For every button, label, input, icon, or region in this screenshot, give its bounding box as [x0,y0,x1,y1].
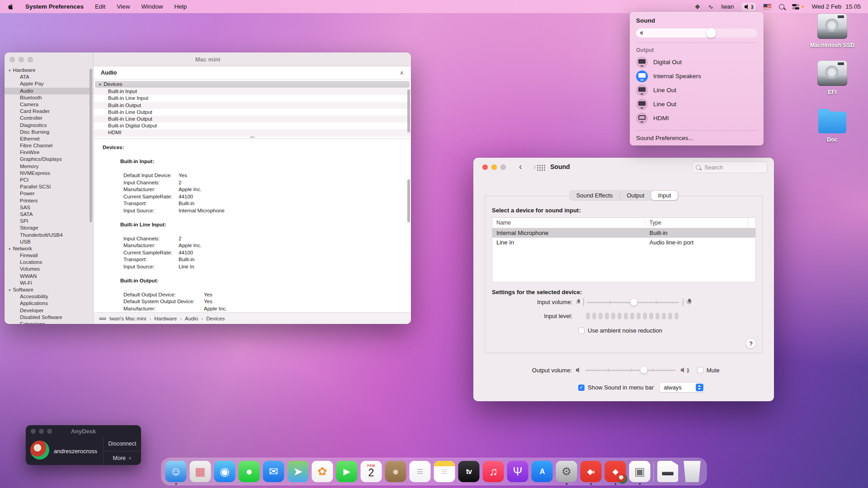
sidebar-item[interactable]: Disc Burning [5,129,93,136]
disconnect-button[interactable]: Disconnect [104,437,141,451]
sidebar-item[interactable]: Audio [5,88,93,94]
search-field[interactable] [692,161,768,173]
breadcrumb-item[interactable]: Iwan's Mac mini [109,316,146,321]
desktop-icon[interactable]: Machintosh SSD [810,14,855,48]
close-button[interactable] [482,164,488,170]
output-volume-slider[interactable] [585,366,675,374]
menu-item[interactable]: Help [174,3,187,10]
dock-item[interactable] [654,462,654,482]
sidebar-item[interactable]: SATA [5,211,93,218]
sidebar-item[interactable]: Controller [5,115,93,122]
sidebar-item[interactable]: Printers [5,197,93,204]
breadcrumb-item[interactable]: Devices [198,316,225,321]
sidebar-item[interactable]: FireWire [5,149,93,156]
sysinfo-titlebar[interactable] [94,52,411,66]
dock-item[interactable]: A [532,461,553,482]
device-list-scrollbar[interactable] [407,89,410,132]
output-device-item[interactable]: Line Out [636,83,757,97]
minimize-button[interactable] [19,57,24,62]
audio-device-row[interactable]: Built-in Line Output [94,116,411,122]
sidebar-item[interactable]: Wi-Fi [5,280,93,286]
volume-menu-icon[interactable]: )) [741,3,756,11]
username-label[interactable]: Iwan [721,3,734,10]
dock-item[interactable]: ➤ [288,461,309,482]
sidebar-item[interactable]: Developer [5,307,93,314]
sidebar-item[interactable]: Extensions [5,321,93,324]
dock-item[interactable]: ♫ [483,461,504,482]
sidebar-item[interactable]: WWAN [5,273,93,280]
dock-item[interactable]: ▦ [190,461,211,482]
sidebar-item[interactable]: ATA [5,74,93,80]
minimize-button[interactable] [39,429,44,434]
sidebar-item[interactable]: Power [5,190,93,197]
input-language-flag-icon[interactable] [764,4,771,9]
menu-item[interactable]: View [117,3,130,10]
name-column-header[interactable]: Name [492,220,645,226]
input-device-row[interactable]: Internal Microphone Built-in [492,228,755,238]
sidebar-item[interactable]: SPI [5,218,93,225]
more-button[interactable]: More ∨ [104,451,141,465]
search-input[interactable] [703,164,764,171]
dock-item[interactable]: FEB 2 [361,461,382,482]
sidebar-item[interactable]: USB [5,239,93,245]
dock-item[interactable]: ● [385,461,406,482]
sidebar-item[interactable]: Ethernet [5,136,93,142]
show-all-grid-icon[interactable] [537,164,545,171]
dock-item[interactable]: ✿ [312,461,333,482]
tab[interactable]: Output [619,191,651,200]
sidebar-item[interactable]: Graphics/Displays [5,156,93,163]
audio-device-row[interactable]: Built-in Output [94,102,411,109]
dock-item[interactable]: ≡ [434,461,455,482]
menu-volume-slider[interactable] [636,28,757,38]
control-center-icon[interactable] [792,4,799,9]
close-button[interactable] [31,429,36,434]
breadcrumb-item[interactable]: Hardware [146,316,177,321]
zoom-button[interactable] [500,164,506,170]
dock-item[interactable]: ▬ [657,461,679,482]
details-scrollbar[interactable] [407,179,410,222]
sound-preferences-link[interactable]: Sound Preferences... [636,135,757,141]
dock-item[interactable]: ▣ [629,461,651,482]
type-column-header[interactable]: Type [645,220,748,226]
desktop-icon[interactable]: Doc [818,108,846,143]
sidebar-item[interactable]: Locations [5,259,93,266]
dock-item[interactable]: ✉ [263,461,284,482]
sidebar-item[interactable]: Storage [5,225,93,231]
sidebar-item[interactable]: Parallel SCSI [5,183,93,190]
sidebar-item[interactable]: Accessibility [5,293,93,300]
dock-item[interactable]: ◉ [214,461,236,482]
breadcrumb-item[interactable]: Audio [177,316,198,321]
dock-item[interactable]: ☺ [165,461,187,482]
dock-item[interactable]: ◆› [580,461,602,482]
back-button[interactable]: ‹ [519,161,522,172]
dock-item[interactable]: ► [336,461,358,482]
sidebar-item[interactable]: Diagnostics [5,122,93,129]
sidebar-item[interactable]: SAS [5,204,93,211]
sidebar-item[interactable]: Apple Pay [5,80,93,87]
dock-item[interactable]: ◆ [605,461,626,482]
sidebar-item[interactable]: Volumes [5,266,93,272]
dock-item[interactable] [682,461,703,482]
output-device-item[interactable]: Internal Speakers [636,69,757,83]
output-device-item[interactable]: HDMI [636,111,757,125]
audio-device-row[interactable]: Built-in Line Input [94,95,411,102]
sidebar-item[interactable]: Disabled Software [5,314,93,321]
sidebar-item[interactable]: Thunderbolt/USB4 [5,232,93,239]
zoom-button[interactable] [47,429,52,434]
sidebar-item[interactable]: Firewall [5,252,93,259]
close-button[interactable] [9,57,15,62]
dock-item[interactable]: ● [239,461,260,482]
ambient-noise-checkbox[interactable] [578,328,585,334]
sidebar-item[interactable]: Network [5,245,93,252]
audio-device-row[interactable]: HDMI [94,129,411,136]
dock-item[interactable]: ⚙ [556,461,577,482]
output-volume-knob[interactable] [640,366,647,374]
activity-status-icon[interactable]: ∿ [708,3,713,10]
desktop-icon[interactable]: EFI [817,61,847,95]
app-menu-title[interactable]: System Preferences [25,3,84,10]
sidebar-item[interactable]: Memory [5,163,93,170]
sidebar-item[interactable]: Card Reader [5,108,93,115]
sidebar-item[interactable]: Camera [5,101,93,108]
menu-item[interactable]: Window [141,3,163,10]
audio-device-row[interactable]: Built-in Input [94,88,411,95]
